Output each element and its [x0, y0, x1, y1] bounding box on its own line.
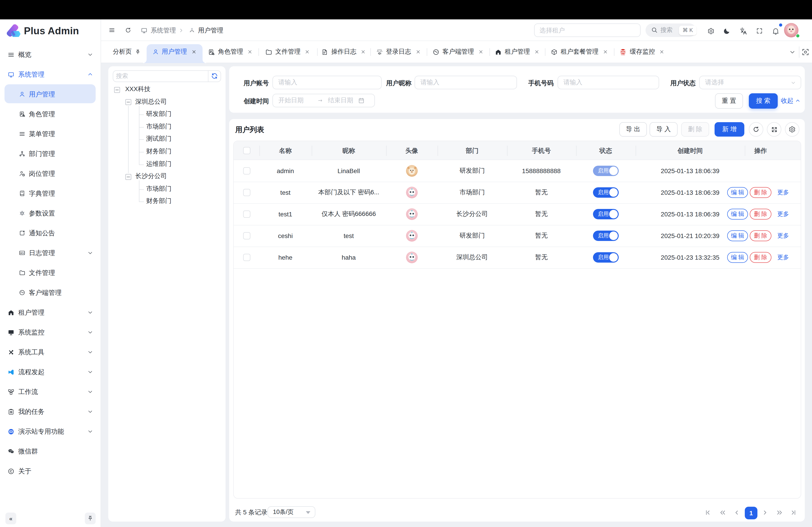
svg-text:DEV: DEV	[20, 252, 24, 254]
svg-text:redis: redis	[621, 54, 625, 56]
